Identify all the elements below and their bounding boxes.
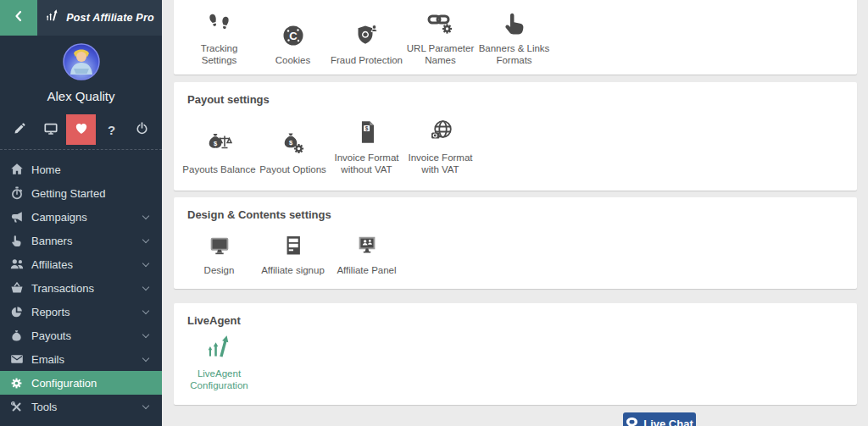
item-label: Affiliate Panel xyxy=(330,264,403,276)
pie-chart-icon xyxy=(9,305,24,318)
monitor-icon xyxy=(44,122,58,138)
card-items: Design Affiliate signup xyxy=(174,221,857,276)
sidebar-item-label: Getting Started xyxy=(31,187,162,200)
item-affiliate-panel[interactable]: Affiliate Panel xyxy=(330,229,403,276)
user-name: Alex Quality xyxy=(0,89,162,103)
hand-pointer-icon xyxy=(9,234,24,247)
item-label: Affiliate signup xyxy=(256,264,330,276)
ascending-arrows-icon xyxy=(45,8,60,27)
globe-invoice-icon xyxy=(403,116,477,147)
stopwatch-icon xyxy=(9,186,24,200)
heart-icon xyxy=(75,122,88,138)
item-payout-options[interactable]: $ Payout Options xyxy=(256,128,330,175)
sidebar: Post Affiliate Pro Alex Quality xyxy=(0,0,162,426)
sidebar-item-banners[interactable]: Banners xyxy=(0,229,162,252)
tracking-settings-card: Tracking Settings C Cookies xyxy=(174,0,857,75)
cookie-icon: C xyxy=(256,19,330,49)
app-header: Post Affiliate Pro xyxy=(0,0,162,36)
invoice-dollar-icon: $ xyxy=(330,116,403,147)
liveagent-card: LiveAgent LiveAgent Configuration xyxy=(174,303,857,405)
link-gear-icon xyxy=(403,7,477,37)
money-bag-icon xyxy=(9,329,24,342)
pencil-icon xyxy=(14,122,26,137)
help-icon: ? xyxy=(108,123,115,137)
item-fraud-protection[interactable]: Fraud Protection xyxy=(330,19,403,66)
monitor-icon xyxy=(182,229,256,259)
item-cookies[interactable]: C Cookies xyxy=(256,19,330,66)
item-label: Invoice Format with VAT xyxy=(403,152,477,175)
item-label: Tracking Settings xyxy=(182,42,256,66)
item-url-parameter-names[interactable]: URL Parameter Names xyxy=(403,7,477,66)
tools-icon xyxy=(9,400,24,413)
sidebar-item-emails[interactable]: Emails xyxy=(0,347,162,371)
item-label: URL Parameter Names xyxy=(403,42,477,66)
svg-text:C: C xyxy=(289,30,298,42)
moneybag-gear-icon: $ xyxy=(256,128,330,158)
item-label: Invoice Format without VAT xyxy=(330,152,403,175)
section-title: Design & Contents settings xyxy=(174,197,857,221)
sidebar-item-label: Emails xyxy=(31,353,143,366)
item-payouts-balance[interactable]: $ Payouts Balance xyxy=(182,128,256,175)
home-icon xyxy=(9,163,24,176)
sidebar-item-affiliates[interactable]: Affiliates xyxy=(0,252,162,276)
sidebar-item-campaigns[interactable]: Campaigns xyxy=(0,205,162,229)
live-chat-label: Live Chat xyxy=(643,418,693,426)
sidebar-item-label: Home xyxy=(31,163,162,176)
card-items: LiveAgent Configuration xyxy=(174,327,857,391)
gear-icon xyxy=(9,376,24,390)
sidebar-item-tools[interactable]: Tools xyxy=(0,395,162,418)
sidebar-item-reports[interactable]: Reports xyxy=(0,300,162,324)
sidebar-item-home[interactable]: Home xyxy=(0,158,162,181)
chevron-down-icon xyxy=(142,212,149,219)
envelope-icon xyxy=(9,352,24,366)
basket-icon xyxy=(9,281,24,295)
chevron-down-icon xyxy=(142,330,149,337)
item-affiliate-signup[interactable]: Affiliate signup xyxy=(256,229,330,276)
item-label: Banners & Links Formats xyxy=(477,42,551,66)
item-label: LiveAgent Configuration xyxy=(182,368,256,391)
sidebar-menu: Home Getting Started Campaigns Banners A… xyxy=(0,158,162,418)
sidebar-item-getting-started[interactable]: Getting Started xyxy=(0,181,162,205)
shield-spy-icon xyxy=(330,19,403,49)
chevron-down-icon xyxy=(142,283,149,290)
item-invoice-format-with-vat[interactable]: Invoice Format with VAT xyxy=(403,116,477,175)
item-label: Fraud Protection xyxy=(330,54,403,66)
edit-profile-button[interactable] xyxy=(5,114,35,145)
item-liveagent-configuration[interactable]: LiveAgent Configuration xyxy=(182,332,256,391)
power-icon xyxy=(136,122,148,137)
item-label: Cookies xyxy=(256,54,330,66)
card-items: $ Payouts Balance $ xyxy=(174,106,857,175)
megaphone-icon xyxy=(9,210,24,224)
brand-logo: Post Affiliate Pro xyxy=(37,0,162,36)
display-settings-button[interactable] xyxy=(36,114,65,145)
sidebar-item-transactions[interactable]: Transactions xyxy=(0,276,162,300)
logout-button[interactable] xyxy=(127,114,157,145)
sidebar-item-configuration[interactable]: Configuration xyxy=(0,371,162,395)
chevron-down-icon xyxy=(142,235,149,242)
sidebar-item-label: Tools xyxy=(31,401,143,413)
brand-name: Post Affiliate Pro xyxy=(66,12,154,24)
sidebar-item-label: Reports xyxy=(31,306,143,318)
sidebar-item-label: Transactions xyxy=(31,282,143,295)
hand-pointer-icon xyxy=(477,7,551,37)
item-banners-links-formats[interactable]: Banners & Links Formats xyxy=(477,7,551,66)
item-invoice-format-without-vat[interactable]: $ Invoice Format without VAT xyxy=(330,116,403,175)
sidebar-item-payouts[interactable]: Payouts xyxy=(0,324,162,347)
help-button[interactable]: ? xyxy=(97,114,126,145)
profile-actions: ? xyxy=(0,114,162,145)
favorites-button[interactable] xyxy=(66,114,96,145)
card-items: Tracking Settings C Cookies xyxy=(174,0,857,66)
item-design[interactable]: Design xyxy=(182,229,256,276)
svg-text:$: $ xyxy=(364,125,368,132)
liveagent-arrows-icon xyxy=(182,332,256,362)
profile-section: Alex Quality ? xyxy=(0,36,162,150)
users-icon xyxy=(9,257,24,271)
divider xyxy=(0,149,162,150)
live-chat-button[interactable]: Live Chat xyxy=(623,412,696,426)
panel-users-icon xyxy=(330,229,403,259)
footprints-icon xyxy=(182,7,256,37)
sidebar-item-label: Campaigns xyxy=(31,211,143,224)
main-content: Tracking Settings C Cookies xyxy=(162,0,868,426)
item-tracking-settings[interactable]: Tracking Settings xyxy=(182,7,256,66)
collapse-sidebar-button[interactable] xyxy=(0,0,37,36)
